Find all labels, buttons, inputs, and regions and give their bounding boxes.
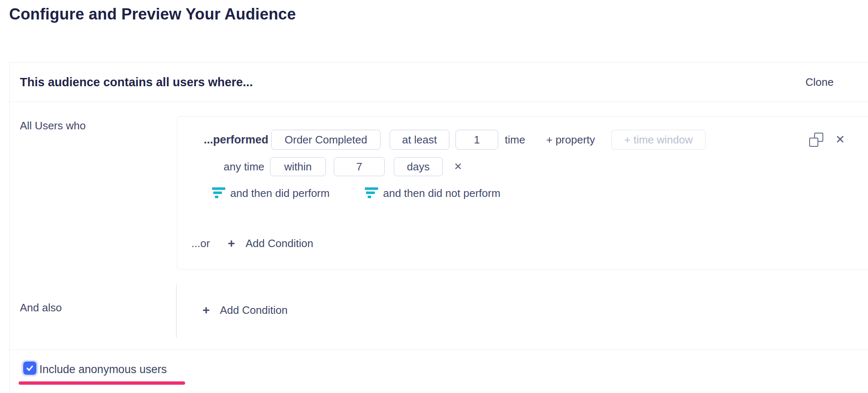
anytime-label: any time (224, 157, 264, 176)
time-window-row: any time within days ✕ (177, 157, 868, 176)
funnel-filter-icon (365, 187, 378, 199)
funnel-filter-icon (212, 187, 225, 199)
add-time-window-button[interactable]: + time window (611, 130, 706, 150)
remove-time-window-icon[interactable]: ✕ (454, 157, 462, 176)
include-anonymous-checkbox[interactable] (22, 360, 38, 376)
remove-condition-icon[interactable]: ✕ (835, 130, 845, 150)
audience-builder-page: Configure and Preview Your Audience This… (0, 0, 868, 393)
time-operator-button[interactable]: within (270, 157, 326, 176)
annotation-underline (19, 381, 185, 385)
and-then-did-perform-link[interactable]: and then did perform (230, 187, 330, 199)
plus-icon: + (203, 304, 210, 316)
footer-divider (10, 349, 868, 350)
event-select-button[interactable]: Order Completed (271, 130, 381, 150)
include-anonymous-label[interactable]: Include anonymous users (39, 363, 167, 376)
all-users-who-label: All Users who (20, 119, 86, 132)
time-unit-button[interactable]: days (394, 157, 443, 176)
page-title: Configure and Preview Your Audience (9, 5, 296, 23)
count-input[interactable] (456, 130, 498, 150)
count-unit-label: time (505, 130, 525, 150)
add-condition-button-and-also[interactable]: Add Condition (220, 303, 287, 317)
card-header-title: This audience contains all users where..… (20, 62, 253, 102)
then-links-row: and then did perform and then did not pe… (177, 187, 868, 199)
duplicate-icon-front-square (809, 138, 818, 147)
duplicate-icon[interactable] (809, 133, 823, 147)
time-window-value-input[interactable] (334, 157, 385, 176)
or-label: ...or (191, 237, 210, 250)
check-icon (26, 364, 34, 372)
frequency-select-button[interactable]: at least (390, 130, 449, 150)
and-then-did-not-perform-link[interactable]: and then did not perform (383, 187, 500, 199)
add-condition-button[interactable]: Add Condition (246, 237, 313, 250)
plus-icon: + (228, 237, 235, 250)
card-header: This audience contains all users where..… (9, 62, 868, 102)
and-also-divider (176, 284, 177, 338)
performed-label: ...performed (204, 130, 268, 150)
add-property-link[interactable]: + property (546, 130, 595, 150)
and-also-label: And also (20, 301, 62, 314)
condition-group-box: ...performed Order Completed at least ti… (177, 116, 868, 269)
or-add-condition-row: ...or + Add Condition (177, 237, 868, 250)
checkbox-box (23, 361, 36, 375)
clone-button[interactable]: Clone (805, 62, 834, 102)
header-divider (10, 102, 868, 102)
event-condition-row: ...performed Order Completed at least ti… (177, 130, 868, 150)
